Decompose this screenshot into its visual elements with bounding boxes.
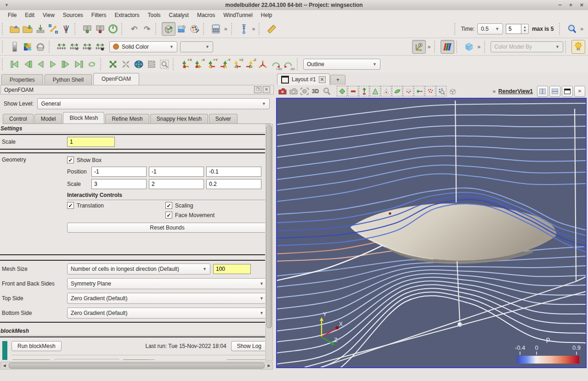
- title-bar[interactable]: ▼ modelbuilder 22.04.100 64-bit -- Proje…: [0, 0, 588, 11]
- show-log-button[interactable]: Show Log: [231, 341, 265, 351]
- render-view-name[interactable]: RenderView1: [498, 88, 533, 95]
- zoom-closest-icon[interactable]: [119, 58, 132, 71]
- rescale-to-data-range-icon[interactable]: [55, 40, 68, 53]
- edit-color-map-icon[interactable]: [21, 40, 34, 53]
- close-dock-icon[interactable]: ✕: [263, 86, 270, 93]
- clear-selection-icon[interactable]: [447, 86, 458, 96]
- last-frame-icon[interactable]: [73, 58, 85, 71]
- tab-solver[interactable]: Solver: [209, 114, 237, 123]
- interactive-select-cells-icon[interactable]: [414, 86, 424, 96]
- reset-camera-closest-icon[interactable]: [132, 58, 145, 71]
- auto-apply-icon[interactable]: [162, 22, 175, 36]
- scalar-bar-icon[interactable]: [8, 40, 21, 53]
- toolbar-overflow-icon[interactable]: »: [222, 26, 229, 32]
- select-points-on-icon[interactable]: [348, 86, 358, 96]
- interactive-select-points-icon[interactable]: [425, 86, 435, 96]
- position-z-input[interactable]: [206, 167, 261, 177]
- mesh-size-input[interactable]: [213, 264, 251, 274]
- scalar-coloring-icon[interactable]: [441, 40, 454, 54]
- set-view-plus-y-icon[interactable]: +Y: [205, 58, 218, 71]
- translation-checkbox[interactable]: ✓Translation: [67, 202, 165, 209]
- toolbar-overflow-icon[interactable]: »: [250, 26, 257, 32]
- face-movement-checkbox[interactable]: ✓Face Movement: [165, 212, 215, 219]
- show-data-button[interactable]: Show Data: [11, 359, 51, 360]
- position-y-input[interactable]: [149, 167, 204, 177]
- ruler-icon[interactable]: [265, 22, 278, 35]
- volume-rendering-icon[interactable]: [463, 40, 475, 53]
- rescale-to-custom-range-icon[interactable]: c: [68, 40, 81, 53]
- opacity-input[interactable]: [123, 359, 148, 360]
- edit-palette-icon[interactable]: [188, 22, 201, 35]
- toolbar-overflow-icon[interactable]: »: [475, 44, 482, 50]
- dock-header[interactable]: OpenFOAM ❐ ✕: [0, 85, 274, 95]
- reset-session-icon[interactable]: [107, 22, 119, 35]
- open-project-icon[interactable]: [8, 22, 21, 35]
- tab-control[interactable]: Control: [3, 114, 34, 123]
- select-points-through-icon[interactable]: [370, 86, 380, 96]
- new-layout-tab[interactable]: +: [330, 75, 345, 85]
- zoom-to-box-icon[interactable]: [158, 58, 171, 71]
- select-points-polygon-icon[interactable]: [392, 86, 402, 96]
- tab-model[interactable]: Model: [34, 114, 62, 123]
- menu-catalyst[interactable]: Catalyst: [165, 10, 193, 20]
- camera-redo-icon[interactable]: [288, 86, 299, 96]
- opacity-spinbox[interactable]: ▲▼: [123, 359, 155, 360]
- zoom-to-data-icon[interactable]: [565, 22, 578, 35]
- horizontal-scrollbar-thumb[interactable]: [9, 363, 265, 369]
- scroll-left-icon[interactable]: ◀: [1, 364, 8, 368]
- redo-icon[interactable]: ↷: [141, 22, 153, 35]
- blockmesh-representation-combo[interactable]: Outline▼: [54, 359, 119, 360]
- window-menu-icon[interactable]: ▼: [5, 0, 9, 10]
- filters-icon[interactable]: [60, 22, 73, 35]
- set-view-plus-z-icon[interactable]: +Z: [231, 58, 243, 71]
- set-view-plus-x-icon[interactable]: +X: [179, 58, 192, 71]
- run-blockmesh-button[interactable]: Run blockMesh: [11, 341, 62, 351]
- capture-screenshot-icon[interactable]: [299, 86, 310, 96]
- layout-tab[interactable]: Layout #1 ✕: [277, 73, 330, 85]
- scale-y-input[interactable]: [149, 179, 204, 189]
- first-frame-icon[interactable]: [8, 58, 21, 71]
- rotate-90-ccw-icon[interactable]: -90: [282, 58, 295, 71]
- save-data-icon[interactable]: [34, 22, 47, 35]
- rotate-90-cw-icon[interactable]: +90: [269, 58, 282, 71]
- toolbar-overflow-icon[interactable]: »: [426, 44, 433, 50]
- select-cells-polygon-icon[interactable]: [381, 86, 391, 96]
- save-project-icon[interactable]: [21, 22, 34, 35]
- undo-icon[interactable]: ↶: [128, 22, 141, 35]
- maximize-icon[interactable]: +: [569, 0, 573, 10]
- play-icon[interactable]: [47, 58, 60, 71]
- tab-openfoam[interactable]: OpenFOAM: [93, 73, 139, 85]
- scale-x-input[interactable]: [91, 179, 147, 189]
- toolbar-overflow-icon[interactable]: »: [578, 26, 585, 32]
- close-icon[interactable]: ×: [580, 0, 583, 10]
- hide-others-button[interactable]: Hide Others: [226, 359, 265, 360]
- close-view-icon[interactable]: ✕: [574, 86, 585, 97]
- form-scroll-area[interactable]: Settings Scale Geometry ✓Show Box: [0, 124, 265, 360]
- zoom-selection-icon[interactable]: [321, 86, 332, 96]
- show-level-combo[interactable]: General ▼: [37, 98, 270, 109]
- close-layout-icon[interactable]: ✕: [319, 76, 326, 83]
- top-side-combo[interactable]: Zero Gradient (Default)▼: [67, 293, 265, 304]
- menu-view[interactable]: View: [39, 10, 59, 20]
- set-view-minus-y-icon[interactable]: -Y: [218, 58, 231, 71]
- render-view[interactable]: X Y Z p -0.4 0 0.9: [276, 98, 587, 368]
- set-view-minus-x-icon[interactable]: -X: [192, 58, 205, 71]
- scaling-checkbox[interactable]: ✓Scaling: [165, 202, 193, 209]
- step-back-icon[interactable]: [21, 58, 34, 71]
- reset-color-map-icon[interactable]: [34, 40, 47, 53]
- bottom-side-combo[interactable]: Zero Gradient (Default)▼: [67, 308, 265, 319]
- minimize-icon[interactable]: −: [558, 0, 562, 10]
- glyph-with-target-icon[interactable]: [94, 22, 107, 35]
- scroll-right-icon[interactable]: ▶: [266, 364, 272, 368]
- menu-windtunnel[interactable]: WindTunnel: [219, 10, 257, 20]
- scale-z-input[interactable]: [206, 179, 261, 189]
- front-back-combo[interactable]: Symmetry Plane▼: [67, 278, 265, 289]
- camera-undo-icon[interactable]: [277, 86, 288, 96]
- tab-properties[interactable]: Properties: [1, 74, 43, 85]
- split-horizontal-icon[interactable]: [537, 86, 548, 97]
- set-view-minus-z-icon[interactable]: -Z: [243, 58, 256, 71]
- horizontal-scrollbar[interactable]: ◀ ▶: [0, 362, 273, 370]
- vertical-scrollbar[interactable]: [266, 124, 273, 361]
- frame-input[interactable]: [506, 24, 521, 34]
- mesh-size-mode-combo[interactable]: Number of cells in longest direction (De…: [67, 263, 210, 275]
